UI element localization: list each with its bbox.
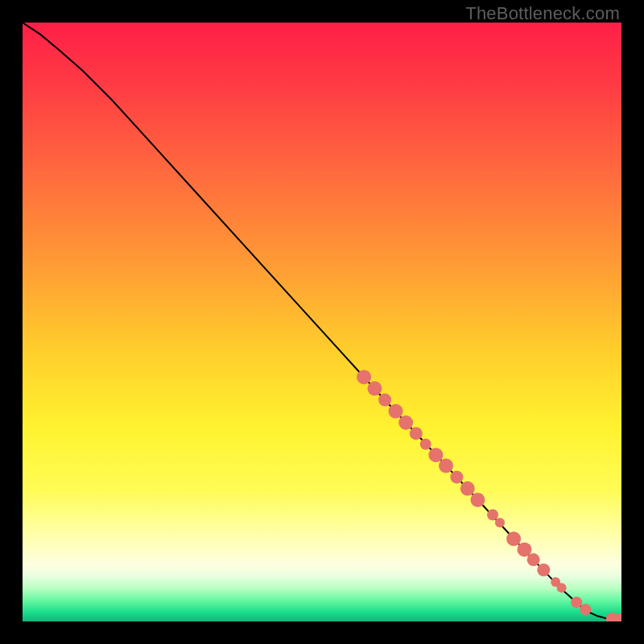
scatter-point: [410, 427, 423, 440]
scatter-point: [571, 597, 582, 608]
chart-plot: [23, 23, 621, 621]
scatter-point: [537, 564, 550, 576]
scatter-point: [378, 394, 391, 407]
scatter-point: [495, 518, 505, 527]
scatter-point: [428, 448, 443, 462]
chart-frame: [23, 23, 621, 621]
scatter-point: [527, 553, 540, 566]
scatter-point: [557, 583, 567, 592]
scatter-point: [367, 382, 382, 396]
scatter-point: [389, 404, 403, 419]
scatter-point: [506, 531, 521, 546]
scatter-point: [470, 493, 485, 507]
chart-background: [23, 23, 621, 621]
scatter-point: [450, 471, 463, 484]
scatter-point: [357, 369, 371, 384]
scatter-point: [580, 604, 591, 615]
scatter-point: [420, 439, 431, 450]
watermark-text: TheBottleneck.com: [465, 3, 620, 24]
scatter-point: [460, 481, 475, 496]
scatter-point: [487, 510, 498, 521]
scatter-point: [398, 415, 413, 430]
scatter-point: [439, 459, 453, 473]
